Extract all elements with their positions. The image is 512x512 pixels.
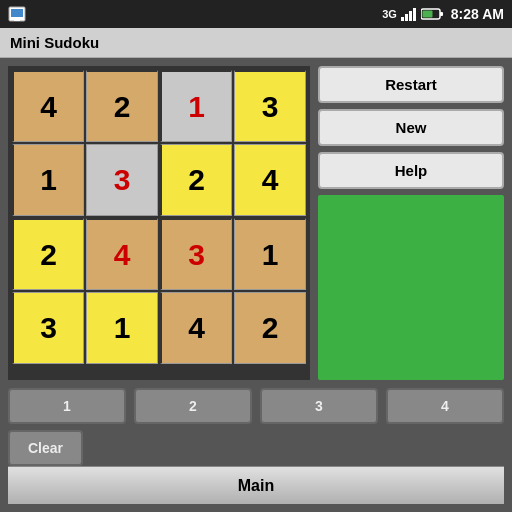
app-icon — [8, 5, 26, 23]
status-left — [8, 5, 26, 23]
cell-r2-c0[interactable]: 2 — [12, 218, 84, 290]
svg-rect-8 — [440, 12, 443, 16]
svg-rect-4 — [405, 14, 408, 21]
svg-rect-2 — [14, 19, 20, 21]
status-icons: 3G 8:28 AM — [382, 6, 504, 22]
title-bar: Mini Sudoku — [0, 28, 512, 58]
num-button-3[interactable]: 3 — [260, 388, 378, 424]
status-bar: 3G 8:28 AM — [0, 0, 512, 28]
top-area: 4213132424313142 Restart New Help — [8, 66, 504, 380]
cell-r3-c2[interactable]: 4 — [160, 292, 232, 364]
time-display: 8:28 AM — [451, 6, 504, 22]
cell-r2-c3[interactable]: 1 — [234, 218, 306, 290]
cell-r3-c0[interactable]: 3 — [12, 292, 84, 364]
svg-rect-1 — [11, 9, 23, 17]
signal-icon — [401, 7, 417, 21]
cell-r1-c1[interactable]: 3 — [86, 144, 158, 216]
help-button[interactable]: Help — [318, 152, 504, 189]
cell-r1-c2[interactable]: 2 — [160, 144, 232, 216]
cell-r0-c0[interactable]: 4 — [12, 70, 84, 142]
green-area — [318, 195, 504, 380]
clear-button[interactable]: Clear — [8, 430, 83, 466]
cell-r0-c2[interactable]: 1 — [160, 70, 232, 142]
cell-r1-c3[interactable]: 4 — [234, 144, 306, 216]
num-button-4[interactable]: 4 — [386, 388, 504, 424]
cell-r0-c1[interactable]: 2 — [86, 70, 158, 142]
main-label: Main — [238, 477, 274, 495]
right-panel: Restart New Help — [318, 66, 504, 380]
sudoku-grid: 4213132424313142 — [8, 66, 310, 380]
svg-rect-6 — [413, 8, 416, 21]
bottom-bar[interactable]: Main — [8, 466, 504, 504]
app-title: Mini Sudoku — [10, 34, 99, 51]
main-content: 4213132424313142 Restart New Help 1234 C… — [0, 58, 512, 512]
cell-r3-c3[interactable]: 2 — [234, 292, 306, 364]
battery-icon — [421, 7, 443, 21]
cell-r0-c3[interactable]: 3 — [234, 70, 306, 142]
svg-rect-3 — [401, 17, 404, 21]
cell-r1-c0[interactable]: 1 — [12, 144, 84, 216]
svg-rect-5 — [409, 11, 412, 21]
num-button-2[interactable]: 2 — [134, 388, 252, 424]
clear-row: Clear — [8, 430, 504, 466]
svg-rect-9 — [422, 11, 432, 18]
cell-r3-c1[interactable]: 1 — [86, 292, 158, 364]
new-button[interactable]: New — [318, 109, 504, 146]
num-button-1[interactable]: 1 — [8, 388, 126, 424]
action-buttons: Restart New Help — [318, 66, 504, 189]
restart-button[interactable]: Restart — [318, 66, 504, 103]
num-pad: 1234 — [8, 388, 504, 424]
cell-r2-c1[interactable]: 4 — [86, 218, 158, 290]
cell-r2-c2[interactable]: 3 — [160, 218, 232, 290]
network-label: 3G — [382, 8, 397, 20]
